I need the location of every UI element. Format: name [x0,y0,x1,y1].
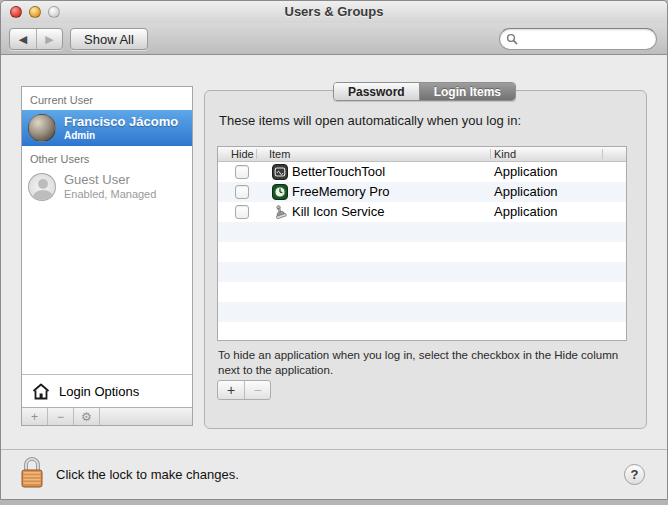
forward-button[interactable]: ▶ [36,29,62,49]
kill-icon-service-icon [272,204,288,220]
sidebar-spacer [22,205,192,374]
user-name: Francisco Jácomo [64,115,178,130]
sidebar-item-current-user[interactable]: Francisco Jácomo Admin [22,110,192,146]
search-input[interactable] [522,32,642,46]
lock-message: Click the lock to make changes. [56,467,239,482]
help-button[interactable]: ? [624,464,645,485]
lock-icon[interactable] [18,456,46,490]
hide-checkbox[interactable] [235,165,249,179]
toolbar: ◀ ▶ Show All [1,23,667,55]
window-title: Users & Groups [1,4,667,19]
item-name: Kill Icon Service [292,204,384,219]
tab-login-items[interactable]: Login Items [419,83,515,100]
remove-login-item-button[interactable]: − [244,381,270,399]
tab-bar: Password Login Items [333,82,516,101]
column-header-item[interactable]: Item [269,148,290,160]
item-kind: Application [494,184,558,199]
users-groups-window: Users & Groups ◀ ▶ Show All Current User… [0,0,668,500]
empty-table-row [218,262,626,282]
search-icon [506,33,518,45]
user-avatar [28,114,56,142]
current-user-header: Current User [22,87,192,110]
empty-table-row [218,242,626,262]
user-list-sidebar: Current User Francisco Jácomo Admin Othe… [21,86,193,426]
login-options-label: Login Options [59,384,139,399]
sidebar-footer-bar: + − ⚙ [22,407,192,425]
bettertouchtool-icon [272,164,288,180]
guest-avatar [28,173,56,201]
user-role: Admin [64,130,178,142]
other-users-header: Other Users [22,146,192,169]
guest-status: Enabled, Managed [64,188,156,201]
item-name: BetterTouchTool [292,164,385,179]
search-field[interactable] [499,28,657,50]
back-button[interactable]: ◀ [10,29,36,49]
remove-user-button[interactable]: − [48,408,74,425]
tab-password[interactable]: Password [334,83,419,100]
guest-name: Guest User [64,173,156,188]
table-header: Hide Item Kind [218,147,626,162]
hide-checkbox[interactable] [235,205,249,219]
login-items-table: Hide Item Kind BetterTouchTool Applicati… [217,146,627,341]
column-header-kind[interactable]: Kind [494,148,516,160]
show-all-button[interactable]: Show All [70,28,148,50]
column-header-hide[interactable]: Hide [231,148,254,160]
empty-table-row [218,322,626,342]
login-options-button[interactable]: Login Options [22,374,192,407]
login-items-description: These items will open automatically when… [219,113,521,128]
hide-checkbox[interactable] [235,185,249,199]
empty-table-row [218,282,626,302]
freememory-pro-icon [272,184,288,200]
empty-table-row [218,302,626,322]
table-row[interactable]: Kill Icon Service Application [218,202,626,222]
table-row[interactable]: BetterTouchTool Application [218,162,626,182]
footer-bar: Click the lock to make changes. ? [1,449,667,500]
home-icon [31,382,51,401]
gear-icon[interactable]: ⚙ [74,408,100,425]
item-kind: Application [494,164,558,179]
item-kind: Application [494,204,558,219]
table-rows: BetterTouchTool Application FreeMemory P… [218,162,626,342]
table-row[interactable]: FreeMemory Pro Application [218,182,626,202]
title-bar[interactable]: Users & Groups [1,1,667,23]
item-name: FreeMemory Pro [292,184,390,199]
sidebar-item-guest-user[interactable]: Guest User Enabled, Managed [22,169,192,205]
add-login-item-button[interactable]: + [218,381,244,399]
add-remove-buttons: + − [217,380,271,400]
hide-help-text: To hide an application when you log in, … [218,348,626,378]
add-user-button[interactable]: + [22,408,48,425]
empty-table-row [218,222,626,242]
nav-buttons: ◀ ▶ [9,28,63,50]
